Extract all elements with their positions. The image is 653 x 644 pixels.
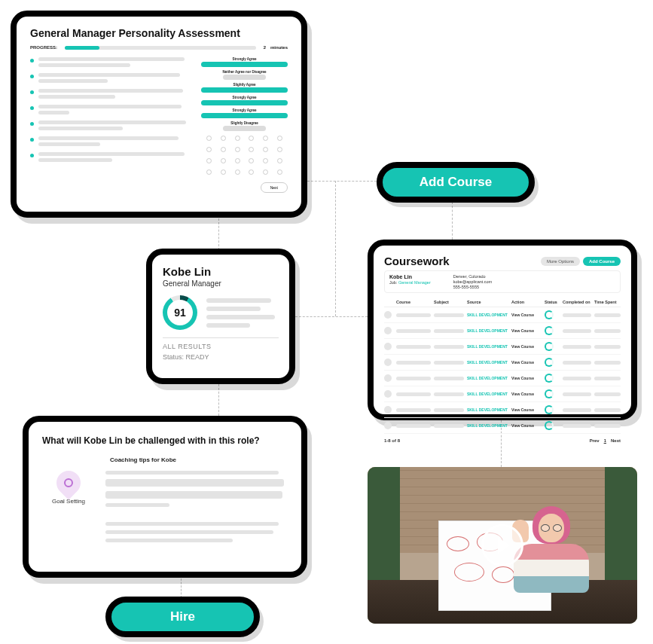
radio-option[interactable]	[221, 136, 226, 141]
play-icon[interactable]	[481, 524, 523, 566]
profile-detail-lines	[206, 298, 279, 328]
row-view-course[interactable]: View Course	[511, 328, 542, 333]
progress-row: PROGRESS: 2 minutes	[30, 45, 288, 50]
scale-label: Slightly Disagree	[230, 121, 258, 125]
all-results-link[interactable]: ALL RESULTS	[163, 343, 279, 350]
radio-option[interactable]	[263, 136, 268, 141]
row-view-course[interactable]: View Course	[511, 360, 542, 365]
row-course	[396, 408, 431, 412]
row-avatar	[384, 422, 392, 429]
connector-corner	[335, 181, 336, 316]
radio-option[interactable]	[277, 136, 282, 141]
more-options-button[interactable]: More Options	[541, 257, 580, 266]
row-subject	[434, 377, 464, 380]
row-source-link[interactable]: SKILL DEVELOPMENT	[467, 407, 508, 412]
challenge-lines	[105, 471, 288, 542]
coursework-row: SKILL DEVELOPMENT View Course	[384, 339, 621, 355]
connector-assessment-profile	[218, 218, 219, 250]
cw-person-name: Kobe Lin	[389, 274, 431, 279]
row-avatar	[384, 374, 392, 382]
radio-option[interactable]	[235, 136, 240, 141]
row-source-link[interactable]: SKILL DEVELOPMENT	[467, 313, 508, 317]
coursework-count: 1-8 of 8	[384, 438, 400, 443]
coursework-row: SKILL DEVELOPMENT View Course	[384, 418, 621, 434]
row-completed	[563, 361, 591, 365]
scale-pill[interactable]	[201, 113, 288, 118]
row-subject	[434, 424, 464, 428]
row-course	[396, 329, 431, 333]
row-status-ring	[545, 405, 554, 414]
add-course-button[interactable]: Add Course	[377, 162, 535, 203]
row-source-link[interactable]: SKILL DEVELOPMENT	[467, 376, 508, 380]
row-completed	[563, 408, 591, 412]
hire-button[interactable]: Hire	[105, 597, 260, 637]
scale-pill[interactable]	[201, 62, 288, 67]
row-course	[396, 392, 431, 396]
row-time	[594, 377, 621, 380]
row-subject	[434, 345, 464, 349]
profile-role: General Manager	[163, 279, 279, 288]
connector-h2	[295, 316, 368, 317]
scale-pill[interactable]	[201, 87, 288, 93]
row-view-course[interactable]: View Course	[511, 313, 542, 317]
coursework-title: Coursework	[384, 255, 450, 267]
profile-status: Status: READY	[163, 353, 279, 361]
row-view-course[interactable]: View Course	[511, 376, 542, 380]
scale-label: Strongly Agree	[232, 108, 256, 112]
pager-prev[interactable]: Prev	[590, 438, 600, 443]
radio-row	[201, 134, 288, 142]
connector-h1	[307, 181, 377, 182]
scale-pill[interactable]	[201, 100, 288, 105]
row-completed	[563, 345, 591, 349]
connector-profile-challenges	[218, 384, 219, 416]
row-time	[594, 345, 621, 349]
connector-challenges-hire	[181, 578, 182, 598]
row-source-link[interactable]: SKILL DEVELOPMENT	[467, 423, 508, 428]
row-source-link[interactable]: SKILL DEVELOPMENT	[467, 392, 508, 396]
add-course-mini-button[interactable]: Add Course	[583, 257, 621, 266]
row-time	[594, 424, 621, 428]
coursework-row: SKILL DEVELOPMENT View Course	[384, 402, 621, 418]
row-source-link[interactable]: SKILL DEVELOPMENT	[467, 344, 508, 349]
video-presenter	[506, 506, 597, 619]
row-time	[594, 329, 621, 333]
row-subject	[434, 361, 464, 365]
score-ring: 91	[163, 295, 197, 330]
video-thumbnail[interactable]	[368, 467, 637, 624]
row-avatar	[384, 311, 392, 319]
score-value: 91	[174, 307, 186, 319]
radio-option[interactable]	[249, 136, 254, 141]
row-completed	[563, 329, 591, 333]
row-status-ring	[545, 374, 554, 383]
progress-bar	[65, 46, 256, 50]
coursework-table-header: Course Subject Source Action Status Comp…	[384, 298, 621, 307]
row-time	[594, 408, 621, 412]
pager-next[interactable]: Next	[611, 438, 621, 443]
row-view-course[interactable]: View Course	[511, 423, 542, 428]
scale-label: Strongly Agree	[232, 96, 256, 99]
next-button[interactable]: Next	[261, 182, 288, 193]
cw-person-phone: 555-555-5555	[453, 285, 492, 289]
assessment-card: General Manager Personality Assessment P…	[11, 11, 307, 218]
row-course	[396, 313, 431, 317]
cw-person-job[interactable]: General Manager	[398, 280, 431, 285]
row-view-course[interactable]: View Course	[511, 407, 542, 412]
row-status-ring	[545, 421, 554, 430]
assessment-questions	[30, 57, 192, 193]
row-source-link[interactable]: SKILL DEVELOPMENT	[467, 360, 508, 365]
cw-person-email: kobe@applicant.com	[453, 279, 492, 284]
coursework-row: SKILL DEVELOPMENT View Course	[384, 355, 621, 371]
challenges-card: What will Kobe Lin be challenged with in…	[23, 416, 307, 578]
pager-current[interactable]: 1	[604, 438, 606, 443]
progress-minutes-value: 2	[264, 45, 266, 50]
row-source-link[interactable]: SKILL DEVELOPMENT	[467, 328, 508, 333]
scale-pill[interactable]	[223, 126, 267, 131]
row-view-course[interactable]: View Course	[511, 344, 542, 349]
row-completed	[563, 392, 591, 396]
row-view-course[interactable]: View Course	[511, 392, 542, 396]
scale-pill[interactable]	[223, 75, 267, 80]
goal-setting-icon	[51, 465, 85, 499]
assessment-title: General Manager Personality Assessment	[30, 27, 288, 39]
radio-option[interactable]	[206, 136, 212, 141]
assessment-scale: Strongly Agree Neither Agree nor Disagre…	[201, 57, 288, 193]
